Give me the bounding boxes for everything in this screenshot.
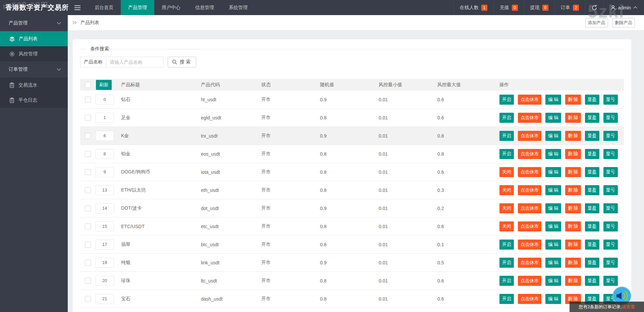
row-checkbox[interactable]: [85, 296, 91, 302]
show-loss-button[interactable]: 显亏: [603, 185, 618, 195]
nav-item-2[interactable]: 用户中心: [154, 0, 188, 15]
edit-button[interactable]: 编 辑: [545, 167, 561, 177]
toggle-button[interactable]: 开启: [499, 276, 514, 286]
pause-market-button[interactable]: 点击休市: [518, 203, 541, 213]
sidebar-group-0[interactable]: 产品管理: [0, 15, 68, 31]
sort-input[interactable]: 17: [95, 240, 114, 250]
toggle-button[interactable]: 开启: [499, 131, 514, 141]
edit-button[interactable]: 编 辑: [545, 258, 561, 268]
edit-button[interactable]: 编 辑: [545, 203, 561, 213]
sidebar-item-交易流水[interactable]: 交易流水: [0, 77, 68, 93]
show-profit-button[interactable]: 显盈: [585, 131, 599, 141]
sort-input[interactable]: 1: [95, 113, 114, 123]
refresh-button[interactable]: [585, 0, 603, 15]
select-all-checkbox[interactable]: [85, 82, 91, 88]
edit-button[interactable]: 编 辑: [545, 149, 561, 159]
row-checkbox[interactable]: [85, 133, 91, 139]
delete-button[interactable]: 删 除: [565, 240, 581, 250]
show-loss-button[interactable]: 显亏: [603, 203, 618, 213]
toggle-button[interactable]: 开启: [499, 113, 514, 123]
row-checkbox[interactable]: [85, 151, 91, 157]
nav-item-0[interactable]: 后台首页: [87, 0, 121, 15]
toggle-button[interactable]: 开启: [499, 294, 514, 304]
edit-button[interactable]: 编 辑: [545, 221, 561, 231]
sort-input[interactable]: 8: [95, 149, 114, 159]
pause-market-button[interactable]: 点击休市: [518, 113, 541, 123]
show-loss-button[interactable]: 显亏: [603, 240, 618, 250]
show-profit-button[interactable]: 显盈: [585, 203, 599, 213]
sort-input[interactable]: 0: [95, 95, 114, 105]
row-checkbox[interactable]: [85, 278, 91, 284]
show-profit-button[interactable]: 显盈: [585, 185, 599, 195]
delete-button[interactable]: 删 除: [565, 167, 581, 177]
row-checkbox[interactable]: [85, 242, 91, 248]
delete-product-button[interactable]: 删除产品: [612, 18, 635, 28]
show-loss-button[interactable]: 显亏: [603, 131, 618, 141]
sidebar-item-风控管理[interactable]: 风控管理: [0, 46, 68, 61]
show-profit-button[interactable]: 显盈: [585, 149, 599, 159]
show-loss-button[interactable]: 显亏: [603, 276, 618, 286]
status-item-2[interactable]: 提现0: [524, 0, 554, 15]
show-loss-button[interactable]: 显亏: [603, 221, 618, 231]
user-menu[interactable]: admin: [603, 0, 644, 15]
row-checkbox[interactable]: [85, 260, 91, 266]
sidebar-group-1[interactable]: 订单管理: [0, 61, 68, 77]
nav-item-4[interactable]: 系统管理: [221, 0, 255, 15]
pause-market-button[interactable]: 点击休市: [518, 276, 541, 286]
toggle-button[interactable]: 关闭: [499, 221, 514, 231]
sort-input[interactable]: 14: [95, 203, 114, 213]
show-profit-button[interactable]: 显盈: [585, 113, 599, 123]
delete-button[interactable]: 删 除: [565, 149, 581, 159]
delete-button[interactable]: 删 除: [565, 185, 581, 195]
toggle-button[interactable]: 开启: [499, 240, 514, 250]
edit-button[interactable]: 编 辑: [545, 240, 561, 250]
status-item-1[interactable]: 充值0: [493, 0, 524, 15]
show-profit-button[interactable]: 显盈: [585, 221, 599, 231]
pause-market-button[interactable]: 点击休市: [518, 95, 541, 105]
show-loss-button[interactable]: 显亏: [603, 149, 618, 159]
row-checkbox[interactable]: [85, 169, 91, 175]
edit-button[interactable]: 编 辑: [545, 113, 561, 123]
show-profit-button[interactable]: 显盈: [585, 240, 599, 250]
sort-input[interactable]: 6: [95, 131, 114, 141]
sidebar-item-产品列表[interactable]: 产品列表: [0, 31, 68, 46]
edit-button[interactable]: 编 辑: [545, 185, 561, 195]
nav-item-1[interactable]: 产品管理: [121, 0, 154, 15]
row-checkbox[interactable]: [85, 187, 91, 193]
nav-item-3[interactable]: 信息管理: [188, 0, 221, 15]
sort-input[interactable]: 15: [95, 221, 114, 231]
sidebar-item-平仓日志[interactable]: 平仓日志: [0, 93, 68, 108]
sort-input[interactable]: 13: [95, 185, 114, 195]
pause-market-button[interactable]: 点击休市: [518, 185, 541, 195]
show-loss-button[interactable]: 显亏: [603, 167, 618, 177]
delete-button[interactable]: 删 除: [565, 131, 581, 141]
delete-button[interactable]: 删 除: [565, 276, 581, 286]
search-button[interactable]: 搜索: [168, 57, 196, 67]
edit-button[interactable]: 编 辑: [545, 131, 561, 141]
toggle-button[interactable]: 开启: [499, 95, 514, 105]
refresh-table-button[interactable]: 刷新: [96, 80, 112, 90]
pause-market-button[interactable]: 点击休市: [518, 240, 541, 250]
edit-button[interactable]: 编 辑: [545, 294, 561, 304]
show-profit-button[interactable]: 显盈: [585, 258, 599, 268]
pause-market-button[interactable]: 点击休市: [518, 131, 541, 141]
pause-market-button[interactable]: 点击休市: [518, 167, 541, 177]
pause-market-button[interactable]: 点击休市: [518, 221, 541, 231]
toggle-button[interactable]: 关闭: [499, 203, 514, 213]
delete-button[interactable]: 删 除: [565, 221, 581, 231]
edit-button[interactable]: 编 辑: [545, 276, 561, 286]
add-product-button[interactable]: 添加产品: [585, 18, 608, 28]
toggle-button[interactable]: 开启: [499, 258, 514, 268]
show-profit-button[interactable]: 显盈: [585, 95, 599, 105]
delete-button[interactable]: 删 除: [565, 203, 581, 213]
row-checkbox[interactable]: [85, 205, 91, 211]
toggle-button[interactable]: 关闭: [499, 167, 514, 177]
status-item-0[interactable]: 在线人数1: [453, 0, 493, 15]
toggle-button[interactable]: 开启: [499, 149, 514, 159]
product-name-input[interactable]: [106, 57, 163, 67]
show-loss-button[interactable]: 显亏: [603, 95, 618, 105]
pause-market-button[interactable]: 点击休市: [518, 149, 541, 159]
delete-button[interactable]: 删 除: [565, 258, 581, 268]
delete-button[interactable]: 删 除: [565, 95, 581, 105]
pause-market-button[interactable]: 点击休市: [518, 294, 541, 304]
